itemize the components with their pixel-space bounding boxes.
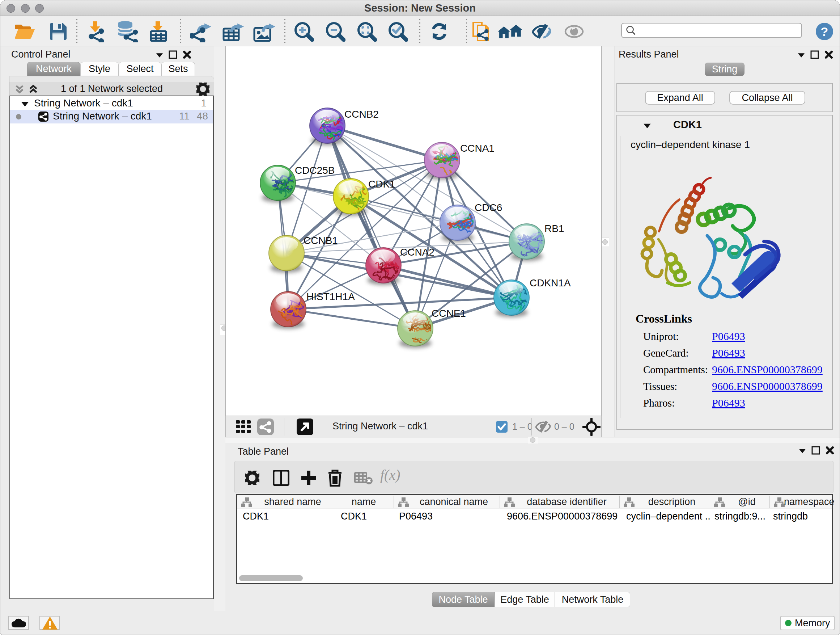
svg-text:CDC6: CDC6 <box>475 202 502 213</box>
svg-text:CDKN1A: CDKN1A <box>530 277 571 288</box>
svg-text:CDC25B: CDC25B <box>295 165 335 176</box>
svg-text:CCNB2: CCNB2 <box>344 109 379 120</box>
svg-text:RB1: RB1 <box>545 223 564 234</box>
svg-text:CCNB1: CCNB1 <box>303 235 338 246</box>
svg-text:CCNA1: CCNA1 <box>460 143 494 154</box>
svg-text:CCNA2: CCNA2 <box>400 247 434 258</box>
svg-text:HIST1H1A: HIST1H1A <box>306 291 355 302</box>
svg-text:CCNE1: CCNE1 <box>431 308 466 319</box>
svg-text:CDK1: CDK1 <box>368 179 395 190</box>
svg-text:?: ? <box>821 25 829 38</box>
